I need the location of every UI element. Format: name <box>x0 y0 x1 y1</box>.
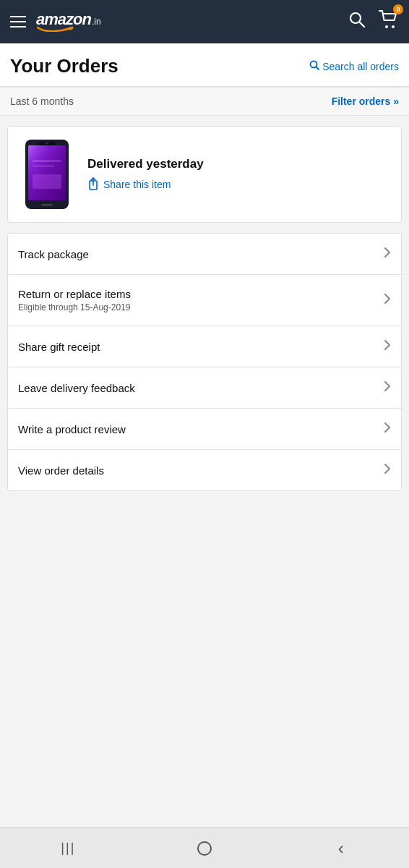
order-info: Delivered yesterday Share this item <box>87 157 391 192</box>
action-item-content: View order details <box>18 464 384 477</box>
logo-text: amazon <box>36 12 91 27</box>
share-item-label: Share this item <box>103 179 171 190</box>
chevron-right-icon <box>384 293 391 307</box>
svg-point-4 <box>392 25 395 28</box>
action-item-content: Leave delivery feedback <box>18 382 384 394</box>
bottom-navigation: ||| ‹ <box>0 827 409 868</box>
header-right: 0 <box>348 10 399 33</box>
product-image-svg <box>18 138 76 210</box>
svg-point-12 <box>46 142 48 145</box>
recent-apps-button[interactable]: ||| <box>46 834 90 863</box>
product-image <box>18 138 76 210</box>
filter-period-label: Last 6 months <box>10 95 74 107</box>
action-item-content: Track package <box>18 248 384 260</box>
action-item-label: View order details <box>18 464 384 477</box>
header-left: amazon .in <box>10 12 101 32</box>
chevron-right-icon <box>384 380 391 395</box>
logo-suffix: .in <box>92 17 101 26</box>
svg-rect-16 <box>33 174 61 189</box>
amazon-smile-icon <box>36 26 74 32</box>
action-item[interactable]: Share gift receipt <box>8 326 401 367</box>
svg-rect-13 <box>41 204 53 206</box>
svg-rect-15 <box>33 165 54 167</box>
action-item[interactable]: Leave delivery feedback <box>8 367 401 409</box>
actions-list: Track packageReturn or replace itemsElig… <box>7 233 402 491</box>
action-item[interactable]: Return or replace itemsEligible through … <box>8 275 401 326</box>
action-item-content: Return or replace itemsEligible through … <box>18 288 384 312</box>
svg-rect-14 <box>33 160 61 162</box>
app-header: amazon .in 0 <box>0 0 409 43</box>
action-item-label: Track package <box>18 248 384 260</box>
cart-button[interactable]: 0 <box>379 10 399 33</box>
chevron-right-icon <box>384 247 391 261</box>
content-area: Your Orders Search all orders Last 6 mon… <box>0 43 409 552</box>
action-item-label: Leave delivery feedback <box>18 382 384 394</box>
delivery-status: Delivered yesterday <box>87 157 391 171</box>
filter-orders-button[interactable]: Filter orders » <box>332 95 399 107</box>
share-icon <box>87 177 99 192</box>
action-item[interactable]: Track package <box>8 234 401 275</box>
svg-line-2 <box>360 22 365 27</box>
svg-rect-10 <box>28 145 47 173</box>
action-item-content: Share gift receipt <box>18 341 384 353</box>
action-item[interactable]: Write a product review <box>8 409 401 450</box>
action-item-content: Write a product review <box>18 423 384 435</box>
search-orders-label: Search all orders <box>322 61 399 72</box>
back-button[interactable]: ‹ <box>319 834 363 863</box>
search-orders-icon <box>309 60 319 72</box>
action-item-label: Share gift receipt <box>18 341 384 353</box>
action-item[interactable]: View order details <box>8 450 401 490</box>
svg-rect-19 <box>198 842 211 855</box>
filter-bar: Last 6 months Filter orders » <box>0 87 409 116</box>
back-icon: ‹ <box>338 838 344 859</box>
chevron-right-icon <box>384 339 391 354</box>
share-item-button[interactable]: Share this item <box>87 177 391 192</box>
page-title: Your Orders <box>10 55 119 77</box>
order-card: Delivered yesterday Share this item <box>7 126 402 223</box>
page-header: Your Orders Search all orders <box>0 43 409 87</box>
svg-line-6 <box>317 67 319 70</box>
home-icon <box>196 840 213 857</box>
chevron-right-icon <box>384 463 391 477</box>
action-item-label: Write a product review <box>18 423 384 435</box>
hamburger-menu-button[interactable] <box>10 16 26 27</box>
action-item-label: Return or replace items <box>18 288 384 300</box>
home-button[interactable] <box>183 834 226 863</box>
header-search-button[interactable] <box>348 11 366 33</box>
svg-point-3 <box>385 25 388 28</box>
amazon-logo: amazon .in <box>36 12 101 32</box>
cart-count-badge: 0 <box>393 4 403 14</box>
recent-apps-icon: ||| <box>61 841 75 856</box>
search-orders-link[interactable]: Search all orders <box>309 60 399 72</box>
chevron-right-icon <box>384 422 391 436</box>
action-item-sublabel: Eligible through 15-Aug-2019 <box>18 302 384 312</box>
